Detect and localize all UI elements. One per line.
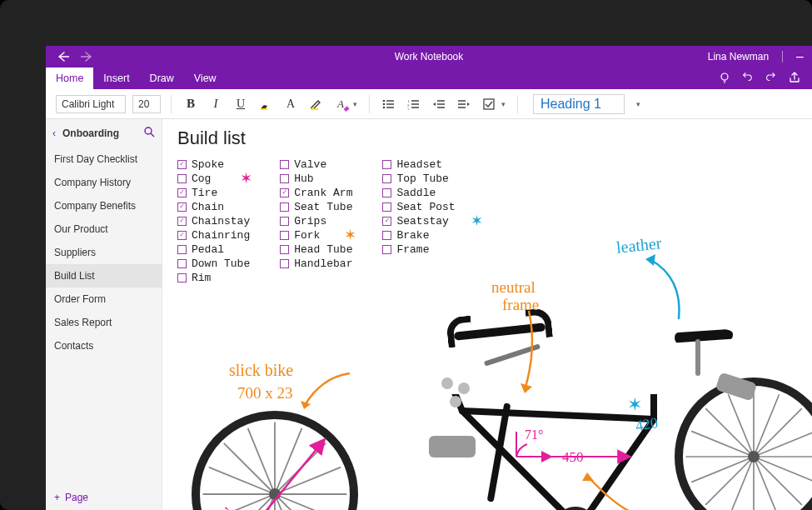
checklist-label: Cog	[192, 172, 211, 185]
checklist-item[interactable]: Valve	[280, 158, 352, 172]
indent-button[interactable]	[455, 95, 473, 113]
checkbox-icon[interactable]	[382, 202, 391, 212]
underline-button[interactable]: U	[232, 95, 250, 113]
font-name-input[interactable]: Calibri Light	[56, 95, 126, 113]
back-icon[interactable]	[57, 52, 69, 62]
checkbox-icon[interactable]	[280, 188, 289, 198]
checkbox-icon[interactable]	[280, 259, 289, 268]
style-picker[interactable]: Heading 1	[533, 94, 625, 114]
checklist-item[interactable]: Pedal	[177, 242, 250, 257]
checkbox-icon[interactable]	[280, 217, 289, 226]
checklist-item[interactable]: Head Tube	[280, 242, 352, 257]
outdent-button[interactable]	[430, 95, 448, 113]
checkbox-icon[interactable]	[177, 160, 187, 169]
checkbox-icon[interactable]	[382, 217, 391, 226]
page-title[interactable]: Build list	[177, 128, 246, 149]
redo-icon[interactable]	[765, 72, 777, 86]
checkbox-icon[interactable]	[177, 188, 187, 198]
sidebar-page[interactable]: Our Product	[46, 218, 162, 241]
checklist-item[interactable]: Hub	[280, 172, 352, 186]
ink-annotation: neutral	[491, 279, 536, 295]
checklist-item[interactable]: Down Tube	[177, 257, 250, 271]
checklist-item[interactable]: Grips	[280, 214, 352, 228]
checkbox-icon[interactable]	[177, 259, 187, 268]
tab-draw[interactable]: Draw	[140, 68, 184, 89]
sidebar-page[interactable]: Sales Report	[46, 311, 162, 334]
checkbox-icon[interactable]	[177, 174, 187, 183]
sidebar-page[interactable]: First Day Checklist	[46, 148, 162, 171]
note-canvas[interactable]: Build list SpokeCogTireChainChainstayCha…	[162, 119, 812, 510]
section-title[interactable]: Onboarding	[62, 128, 137, 139]
checklist-item[interactable]: Frame	[382, 242, 455, 257]
checklist-item[interactable]: Crank Arm	[280, 186, 352, 200]
checkbox-icon[interactable]	[382, 245, 391, 254]
chevron-down-icon[interactable]: ▾	[636, 100, 640, 108]
checkbox-icon[interactable]	[280, 160, 289, 169]
checkbox-icon[interactable]	[280, 231, 289, 240]
italic-button[interactable]: I	[207, 95, 225, 113]
sidebar-page[interactable]: Suppliers	[46, 241, 162, 264]
checklist-region[interactable]: SpokeCogTireChainChainstayChainringPedal…	[177, 158, 456, 285]
notebook-title[interactable]: Work Notebook	[395, 51, 463, 62]
checklist-item[interactable]: Chain	[177, 200, 250, 214]
font-color-button[interactable]: A	[281, 95, 300, 113]
font-size-input[interactable]: 20	[132, 95, 161, 113]
checklist-item[interactable]: Chainstay	[177, 214, 250, 228]
ink-color-button[interactable]	[306, 95, 325, 113]
todo-tag-button[interactable]	[480, 95, 498, 113]
chevron-down-icon[interactable]: ▾	[353, 100, 357, 108]
checkbox-icon[interactable]	[177, 217, 187, 226]
checklist-item[interactable]: Top Tube	[382, 172, 455, 186]
checklist-item[interactable]: Tire	[177, 186, 250, 200]
share-icon[interactable]	[789, 72, 800, 86]
checklist-label: Spoke	[192, 158, 224, 171]
sidebar-page[interactable]: Build List	[46, 264, 162, 288]
checkbox-icon[interactable]	[177, 202, 187, 212]
checklist-item[interactable]: Chainring	[177, 228, 250, 242]
sidebar-page[interactable]: Contacts	[46, 334, 162, 358]
tab-view[interactable]: View	[184, 68, 227, 89]
undo-icon[interactable]	[742, 72, 754, 86]
checkbox-icon[interactable]	[280, 202, 289, 212]
sidebar-page[interactable]: Order Form	[46, 288, 162, 311]
checkbox-icon[interactable]	[177, 245, 187, 254]
checkbox-icon[interactable]	[177, 231, 187, 240]
checklist-item[interactable]: Headset	[382, 158, 455, 172]
checklist-label: Down Tube	[192, 258, 250, 270]
number-list-button[interactable]: 123	[405, 95, 423, 113]
brake-caliper-part	[429, 436, 476, 458]
checklist-item[interactable]: Brake	[382, 228, 455, 242]
section-back-icon[interactable]: ‹	[52, 128, 56, 139]
add-page-button[interactable]: + Page	[46, 485, 162, 510]
bullet-list-button[interactable]	[380, 95, 398, 113]
seatpost-part	[695, 339, 700, 376]
checklist-item[interactable]: Handlebar	[280, 257, 352, 271]
sidebar-page[interactable]: Company Benefits	[46, 194, 162, 218]
checklist-item[interactable]: Cog	[177, 172, 250, 186]
lightbulb-icon[interactable]	[719, 72, 730, 86]
checkbox-icon[interactable]	[382, 160, 391, 169]
checkbox-icon[interactable]	[382, 174, 391, 183]
checklist-item[interactable]: Seatstay	[382, 214, 455, 228]
checklist-item[interactable]: Seat Tube	[280, 200, 352, 214]
checkbox-icon[interactable]	[382, 188, 391, 198]
checkbox-icon[interactable]	[382, 231, 391, 240]
highlight-button[interactable]	[257, 95, 275, 113]
sidebar-page[interactable]: Company History	[46, 171, 162, 194]
tab-home[interactable]: Home	[46, 68, 93, 89]
checklist-item[interactable]: Spoke	[177, 158, 250, 172]
checklist-item[interactable]: Fork	[280, 228, 352, 242]
checklist-item[interactable]: Seat Post	[382, 200, 455, 214]
checkbox-icon[interactable]	[280, 174, 289, 183]
forward-icon[interactable]	[81, 52, 92, 62]
checkbox-icon[interactable]	[280, 245, 289, 254]
user-name[interactable]: Lina Newman	[708, 51, 769, 62]
clear-formatting-button[interactable]: A◆	[331, 95, 350, 113]
checklist-item[interactable]: Saddle	[382, 186, 455, 200]
tab-insert[interactable]: Insert	[93, 68, 139, 89]
chevron-down-icon[interactable]: ▾	[501, 100, 506, 108]
search-icon[interactable]	[144, 127, 155, 140]
checkbox-icon[interactable]	[177, 273, 187, 282]
bold-button[interactable]: B	[182, 95, 200, 113]
checklist-item[interactable]: Rim	[177, 271, 250, 285]
